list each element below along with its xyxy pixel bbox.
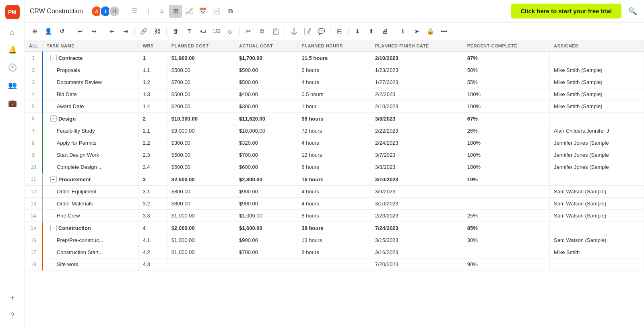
sidebar-item-add[interactable]: ＋ <box>4 289 21 305</box>
task-name-cell[interactable]: Documents Review <box>42 76 138 88</box>
task-name-cell[interactable]: Bid Date <box>42 88 138 100</box>
collapse-btn[interactable]: − <box>50 55 57 61</box>
table-row[interactable]: 12Order Equipment3.1$800.00$900.004 hour… <box>25 186 644 198</box>
task-name-cell[interactable]: Award Date <box>42 100 138 113</box>
copy-button[interactable]: ⧉ <box>256 25 268 38</box>
delete-button[interactable]: 🗑 <box>169 25 182 38</box>
task-name-cell[interactable]: −Contracts <box>42 52 138 64</box>
row-number: 9 <box>25 149 42 161</box>
split-icon[interactable]: ⧉ <box>224 5 237 18</box>
sidebar-item-briefcase[interactable]: 💼 <box>4 95 21 111</box>
table-row[interactable]: 6−Design2$10,300.00$11,620.0096 hours3/8… <box>25 113 644 125</box>
send-button[interactable]: ➤ <box>410 25 423 38</box>
grid-icon[interactable]: ⊞ <box>169 5 182 18</box>
text-button[interactable]: T <box>183 25 196 38</box>
col-assigned[interactable]: ASSIGNED <box>550 40 644 52</box>
app-logo[interactable]: PM <box>5 5 20 19</box>
add-task-button[interactable]: ⊕ <box>28 25 41 38</box>
task-name-cell[interactable]: −Construction <box>42 222 138 234</box>
columns-icon[interactable]: ⫶ <box>142 5 155 18</box>
sidebar-item-home[interactable]: ⌂ <box>4 24 21 40</box>
table-row[interactable]: 3Documents Review1.2$700.00$500.004 hour… <box>25 76 644 88</box>
table-row[interactable]: 16Prep/Pre-construc...4.1$1,000.00$900.0… <box>25 234 644 246</box>
paste-button[interactable]: 📋 <box>269 25 282 38</box>
col-wbs[interactable]: WBS <box>138 40 167 52</box>
col-planned-hours[interactable]: PLANNED HOURS <box>297 40 371 52</box>
wbs-cell: 2.4 <box>138 161 167 173</box>
add-user-button[interactable]: 👤 <box>42 25 55 38</box>
menu-icon[interactable]: ☰ <box>128 5 141 18</box>
indent-right-button[interactable]: ⇥ <box>119 25 132 38</box>
indent-left-button[interactable]: ⇤ <box>105 25 118 38</box>
table-row[interactable]: 4Bid Date1.3$500.00$400.000.5 hours2/2/2… <box>25 88 644 100</box>
task-name-cell[interactable]: Order Materials <box>42 198 138 210</box>
sidebar-item-clock[interactable]: 🕐 <box>4 59 21 76</box>
comment-button[interactable]: 💬 <box>315 25 328 38</box>
col-task-name[interactable]: TASK NAME <box>42 40 138 52</box>
table-row[interactable]: 8Apply for Permits2.2$300.00$320.004 hou… <box>25 137 644 149</box>
table-row[interactable]: 10Complete Design ...2.4$500.00$600.008 … <box>25 161 644 173</box>
sidebar-item-activity[interactable]: 🔔 <box>4 42 21 58</box>
table-row[interactable]: 18Site work4.37/20/202390% <box>25 258 644 271</box>
table-row[interactable]: 1−Contracts1$1,900.00$1,700.0011.5 hours… <box>25 52 644 64</box>
task-name-cell[interactable]: Construction Start... <box>42 246 138 258</box>
task-name-cell[interactable]: −Design <box>42 113 138 125</box>
cut-button[interactable]: ✂ <box>242 25 255 38</box>
task-name-cell[interactable]: Start Design Work <box>42 149 138 161</box>
table-row[interactable]: 2Proposals1.1$500.00$500.006 hours1/23/2… <box>25 64 644 76</box>
table-row[interactable]: 7Feasibility Study2.1$9,000.00$10,000.00… <box>25 125 644 137</box>
task-name-cell[interactable]: Hire Crew <box>42 210 138 222</box>
redo-button[interactable]: ↪ <box>87 25 100 38</box>
lock-button[interactable]: 🔒 <box>424 25 437 38</box>
collapse-btn[interactable]: − <box>50 176 57 182</box>
task-name-cell[interactable]: Prep/Pre-construc... <box>42 234 138 246</box>
avatar-overflow[interactable]: +2 <box>109 6 120 17</box>
table-row[interactable]: 17Construction Start...4.2$1,000.00$700.… <box>25 246 644 258</box>
task-name-cell[interactable]: Feasibility Study <box>42 125 138 137</box>
planned-finish-cell: 7/20/2023 <box>371 258 463 271</box>
upload-button[interactable]: ⬆ <box>365 25 378 38</box>
collapse-btn[interactable]: − <box>50 115 57 122</box>
col-percent[interactable]: PERCENT COMPLETE <box>463 40 549 52</box>
task-name-cell[interactable]: Complete Design ... <box>42 161 138 173</box>
col-actual-cost[interactable]: ACTUAL COST <box>235 40 297 52</box>
split-view-button[interactable]: ⊟ <box>333 25 346 38</box>
unlink-button[interactable]: ⛓ <box>151 25 164 38</box>
print-button[interactable]: 🖨 <box>378 25 391 38</box>
download-button[interactable]: ⬇ <box>351 25 364 38</box>
number-button[interactable]: 123 <box>210 25 223 38</box>
anchor-button[interactable]: ⚓ <box>287 25 300 38</box>
percent-complete-cell: 100% <box>463 88 549 100</box>
task-name-cell[interactable]: Order Equipment <box>42 186 138 198</box>
calendar-icon[interactable]: 📅 <box>196 5 209 18</box>
notes-button[interactable]: 📝 <box>301 25 314 38</box>
task-name-cell[interactable]: Proposals <box>42 64 138 76</box>
collapse-btn[interactable]: − <box>50 225 57 231</box>
table-row[interactable]: 11−Procurement3$2,600.00$2,800.0016 hour… <box>25 173 644 186</box>
table-row[interactable]: 5Award Date1.4$200.00$300.001 hour2/10/2… <box>25 100 644 113</box>
table-row[interactable]: 9Start Design Work2.3$500.00$700.0012 ho… <box>25 149 644 161</box>
table-row[interactable]: 14Hire Crew3.3$1,000.00$1,000.008 hours2… <box>25 210 644 222</box>
diamond-button[interactable]: ◇ <box>224 25 237 38</box>
tag-button[interactable]: 🏷 <box>196 25 209 38</box>
chart-icon[interactable]: 📈 <box>183 5 196 18</box>
free-trial-button[interactable]: Click here to start your free trial <box>511 4 621 18</box>
sidebar-item-users[interactable]: 👥 <box>4 77 21 93</box>
col-planned-cost[interactable]: PLANNED COST <box>167 40 235 52</box>
refresh-button[interactable]: ↺ <box>56 25 68 38</box>
search-icon[interactable]: 🔍 <box>626 5 639 18</box>
sidebar-item-help[interactable]: ？ <box>4 307 21 323</box>
col-num[interactable]: ALL <box>25 40 42 52</box>
file-icon[interactable]: 📄 <box>210 5 223 18</box>
task-name-cell[interactable]: Site work <box>42 258 138 271</box>
info-button[interactable]: ℹ <box>396 25 409 38</box>
more-button[interactable]: ••• <box>438 25 450 38</box>
table-row[interactable]: 13Order Materials3.2$800.00$900.004 hour… <box>25 198 644 210</box>
link-button[interactable]: 🔗 <box>137 25 150 38</box>
table-row[interactable]: 15−Construction4$2,000.00$1,600.0038 hou… <box>25 222 644 234</box>
undo-button[interactable]: ↩ <box>74 25 87 38</box>
task-name-cell[interactable]: −Procurement <box>42 173 138 186</box>
list-icon[interactable]: ≡ <box>155 5 168 18</box>
task-name-cell[interactable]: Apply for Permits <box>42 137 138 149</box>
col-planned-finish[interactable]: PLANNED FINISH DATE <box>371 40 463 52</box>
